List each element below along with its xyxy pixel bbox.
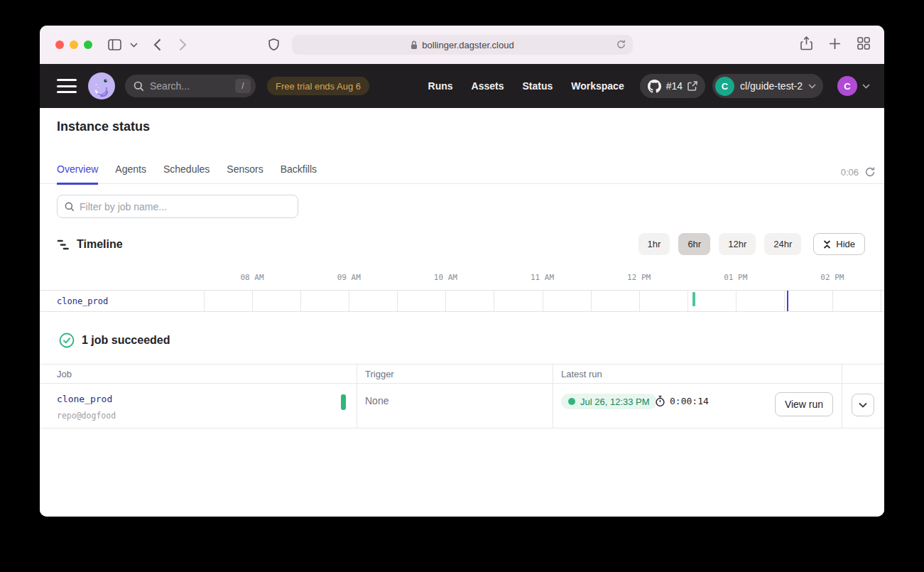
tab-schedules[interactable]: Schedules: [163, 163, 210, 185]
timeline-gridline: [300, 291, 301, 311]
deployment-name: cl/guide-test-2: [740, 80, 803, 92]
timeline-gridline: [591, 291, 592, 311]
axis-tick-label: 10 AM: [434, 273, 457, 282]
nav-link-assets[interactable]: Assets: [472, 80, 504, 92]
run-status-dot: [568, 398, 575, 405]
job-filter: [57, 195, 298, 218]
url-text: bollinger.dagster.cloud: [422, 40, 513, 50]
reload-icon[interactable]: [616, 39, 626, 52]
search-placeholder: Search...: [150, 80, 229, 92]
search-icon: [65, 202, 75, 212]
sidebar-toggle-icon[interactable]: [108, 26, 121, 64]
dagster-logo[interactable]: [88, 72, 115, 99]
column-header-trigger: Trigger: [365, 365, 394, 383]
user-menu[interactable]: C: [837, 76, 870, 96]
job-filter-input[interactable]: [80, 201, 290, 212]
chevron-down-icon: [808, 84, 816, 89]
column-divider: [357, 364, 357, 428]
search-shortcut-key: /: [235, 79, 251, 93]
timeline-gridline: [349, 291, 349, 311]
version-number: #14: [666, 80, 683, 92]
deployment-switcher[interactable]: C cl/guide-test-2: [712, 74, 823, 98]
latest-run-badge[interactable]: Jul 26, 12:33 PM: [561, 394, 657, 409]
collapse-icon: [823, 240, 831, 249]
column-header-job: Job: [57, 365, 72, 383]
chevron-down-icon: [862, 84, 870, 89]
summary-text: 1 job succeeded: [82, 334, 170, 347]
trigger-value: None: [365, 395, 388, 406]
chevron-down-icon: [859, 402, 867, 408]
lock-icon: [411, 41, 418, 50]
zoom-window-button[interactable]: [84, 41, 92, 49]
table-header-row: Job Trigger Latest run: [40, 364, 884, 384]
back-button[interactable]: [153, 26, 161, 64]
timeline-gridline: [687, 291, 688, 311]
tab-overview[interactable]: Overview: [57, 163, 98, 185]
timeline-grid: [204, 291, 881, 311]
range-button-24hr[interactable]: 24hr: [764, 233, 801, 255]
row-menu-button[interactable]: [852, 394, 874, 416]
window-controls: [55, 41, 92, 49]
tab-sensors[interactable]: Sensors: [227, 163, 263, 185]
timeline-controls: 1hr6hr12hr24hrHide: [638, 233, 865, 255]
tab-overview-icon[interactable]: [857, 37, 870, 53]
share-icon[interactable]: [800, 36, 812, 53]
new-tab-icon[interactable]: [829, 38, 841, 53]
timeline-gridline: [639, 291, 640, 311]
nav-link-status[interactable]: Status: [522, 80, 553, 92]
trial-badge[interactable]: Free trial ends Aug 6: [267, 77, 369, 95]
github-icon: [648, 80, 661, 93]
axis-tick-label: 11 AM: [531, 273, 554, 282]
nav-link-workspace[interactable]: Workspace: [571, 80, 624, 92]
tabs-bar: OverviewAgentsSchedulesSensorsBackfills …: [40, 153, 884, 184]
run-duration: 0:00:14: [655, 395, 709, 407]
timeline-title: Timeline: [77, 238, 123, 251]
browser-window: bollinger.dagster.cloud: [40, 26, 884, 517]
tab-backfills[interactable]: Backfills: [281, 163, 317, 185]
column-header-latest-run: Latest run: [561, 365, 602, 383]
timeline-axis: 08 AM09 AM10 AM11 AM12 PM01 PM02 PM: [204, 273, 881, 283]
job-link[interactable]: clone_prod: [57, 394, 112, 404]
timeline-gridline: [543, 291, 543, 311]
timeline-row-label[interactable]: clone_prod: [57, 291, 108, 311]
refresh-icon[interactable]: [864, 166, 876, 178]
menu-icon[interactable]: [57, 79, 77, 93]
axis-tick-label: 01 PM: [724, 273, 747, 282]
page-title: Instance status: [57, 119, 150, 134]
address-bar[interactable]: bollinger.dagster.cloud: [292, 35, 633, 55]
tab-agents[interactable]: Agents: [115, 163, 146, 185]
hide-timeline-button[interactable]: Hide: [813, 233, 865, 255]
minimize-window-button[interactable]: [70, 41, 78, 49]
run-marker-tick[interactable]: [692, 292, 695, 306]
timeline-gridline: [252, 291, 253, 311]
global-search-input[interactable]: Search... /: [125, 75, 256, 97]
timeline-gridline: [397, 291, 398, 311]
timeline-band: clone_prod: [40, 290, 884, 312]
sidebar-chevron-icon[interactable]: [130, 26, 138, 64]
close-window-button[interactable]: [55, 41, 64, 49]
external-link-icon: [687, 81, 697, 91]
column-divider: [553, 364, 553, 428]
axis-tick-label: 08 AM: [241, 273, 264, 282]
job-status-bar[interactable]: [341, 394, 346, 410]
tabs: OverviewAgentsSchedulesSensorsBackfills: [57, 163, 317, 183]
run-timestamp: Jul 26, 12:33 PM: [580, 396, 650, 407]
github-version-pill[interactable]: #14: [640, 74, 705, 98]
check-circle-icon: [59, 333, 75, 348]
column-divider: [842, 364, 842, 428]
range-button-12hr[interactable]: 12hr: [719, 233, 756, 255]
nav-link-runs[interactable]: Runs: [428, 80, 453, 92]
now-marker-line: [787, 291, 788, 311]
table-row: clone_prod repo@dogfood None Jul 26, 12:…: [40, 384, 884, 428]
user-avatar: C: [837, 76, 857, 96]
axis-tick-label: 12 PM: [627, 273, 651, 282]
jobs-table: Job Trigger Latest run clone_prod repo@d…: [40, 364, 884, 428]
duration-value: 0:00:14: [670, 396, 709, 406]
countdown-value: 0:06: [841, 167, 859, 178]
refresh-countdown: 0:06: [841, 166, 876, 178]
range-button-1hr[interactable]: 1hr: [638, 233, 670, 255]
forward-button[interactable]: [179, 26, 187, 64]
privacy-shield-icon[interactable]: [268, 26, 279, 64]
view-run-button[interactable]: View run: [775, 392, 833, 416]
range-button-6hr[interactable]: 6hr: [678, 233, 710, 255]
